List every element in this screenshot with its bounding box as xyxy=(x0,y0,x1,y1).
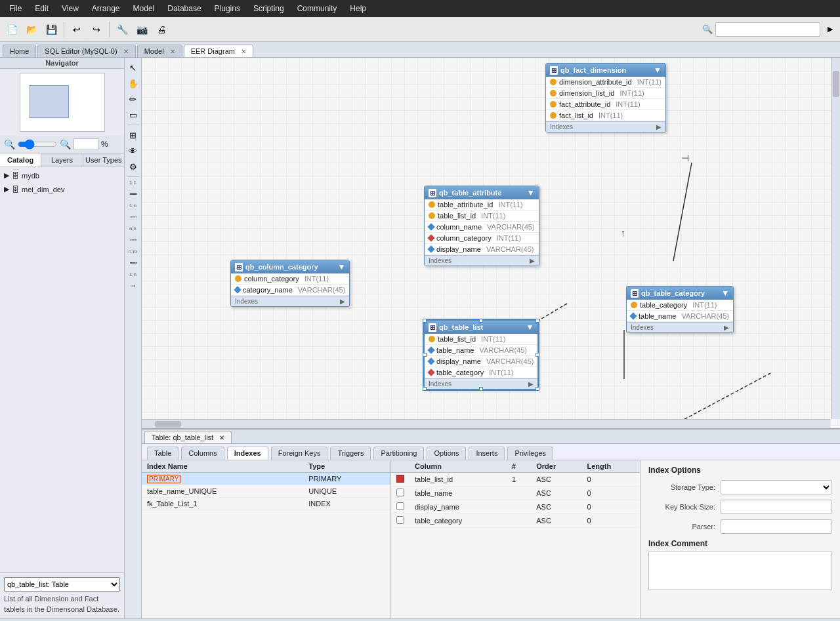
itab-partitioning[interactable]: Partitioning xyxy=(373,447,424,460)
eer-table-qb-table-attribute[interactable]: ⊞ qb_table_attribute ▼ table_attribute_i… xyxy=(424,186,539,266)
resize-handle-ml[interactable] xyxy=(423,353,427,357)
expand-icon-fact[interactable]: ▼ xyxy=(654,66,662,75)
open-button[interactable]: 📂 xyxy=(22,20,41,39)
menu-edit[interactable]: Edit xyxy=(28,3,55,14)
opt-comment-textarea[interactable] xyxy=(648,551,832,590)
pencil-tool[interactable]: ✏ xyxy=(126,92,140,106)
indexes-expand-cat[interactable]: ▶ xyxy=(340,298,345,305)
zoom-in-button[interactable]: 🔍 xyxy=(60,139,71,150)
eer-table-qb-fact-dimension[interactable]: ⊞ qb_fact_dimension ▼ dimension_attribut… xyxy=(545,63,666,132)
zoom-out-button[interactable]: 🔍 xyxy=(4,139,15,150)
opt-storage-select[interactable] xyxy=(721,480,832,494)
tree-item-mei[interactable]: ▶ 🗄 mei_dim_dev xyxy=(3,184,121,195)
indexes-expand-tcat[interactable]: ▶ xyxy=(724,324,729,331)
tab-model[interactable]: Model ✕ xyxy=(137,45,182,57)
opt-parser-input[interactable] xyxy=(721,519,832,534)
menu-scripting[interactable]: Scripting xyxy=(247,3,291,14)
sidebar-tab-usertypes[interactable]: User Types xyxy=(83,153,124,167)
tab-sql-editor[interactable]: SQL Editor (MySQL-0) ✕ xyxy=(37,45,135,57)
table-tool[interactable]: ⊞ xyxy=(126,128,140,142)
print-button[interactable]: 🖨 xyxy=(152,20,171,39)
col-checkbox-3[interactable] xyxy=(396,516,404,524)
itab-foreign-keys[interactable]: Foreign Keys xyxy=(271,447,328,460)
menu-arrange[interactable]: Arrange xyxy=(85,3,127,14)
btab-close-table-list[interactable]: ✕ xyxy=(219,434,224,441)
col-checkbox-0-checked[interactable] xyxy=(396,475,404,483)
redo-button[interactable]: ↪ xyxy=(87,20,106,39)
indexes-expand-fact[interactable]: ▶ xyxy=(656,123,662,130)
tree-item-mydb[interactable]: ▶ 🗄 mydb xyxy=(3,170,121,181)
eer-canvas[interactable]: ⊣ ∥∥ ↑ ⊞ qb_fact_dimension ▼ dimension_a… xyxy=(142,58,840,428)
vertical-scrollbar[interactable] xyxy=(831,58,840,419)
view-tool[interactable]: 👁 xyxy=(126,144,140,158)
expand-icon-attr[interactable]: ▼ xyxy=(527,188,535,197)
itab-options[interactable]: Options xyxy=(427,447,466,460)
resize-handle-tl[interactable] xyxy=(423,319,427,323)
menu-database[interactable]: Database xyxy=(161,3,207,14)
menu-help[interactable]: Help xyxy=(343,3,373,14)
table-selector[interactable]: qb_table_list: Table xyxy=(4,577,120,591)
itab-table[interactable]: Table xyxy=(147,447,178,460)
table-row[interactable]: PRIMARY PRIMARY xyxy=(142,473,390,485)
rel-1n-tool[interactable]: ┄┄ xyxy=(126,210,140,224)
eer-footer-tcat[interactable]: Indexes ▶ xyxy=(627,322,733,332)
sidebar-tab-layers[interactable]: Layers xyxy=(41,153,83,167)
indexes-expand-attr[interactable]: ▶ xyxy=(530,257,535,264)
resize-handle-mr[interactable] xyxy=(536,353,539,357)
horizontal-scrollbar[interactable] xyxy=(142,419,831,428)
tab-model-close[interactable]: ✕ xyxy=(170,48,175,55)
rel-opt-tool[interactable]: ⤑ xyxy=(126,279,140,293)
itab-indexes[interactable]: Indexes xyxy=(227,447,268,460)
indexes-expand-list[interactable]: ▶ xyxy=(528,380,534,388)
itab-inserts[interactable]: Inserts xyxy=(469,447,505,460)
expand-icon-list[interactable]: ▼ xyxy=(526,323,534,332)
btab-table-list[interactable]: Table: qb_table_list ✕ xyxy=(144,431,232,443)
col-checkbox-1[interactable] xyxy=(396,489,404,496)
cursor-tool[interactable]: ↖ xyxy=(126,60,140,75)
toggle-button[interactable]: 🔧 xyxy=(113,20,131,39)
eer-table-qb-table-category[interactable]: ⊞ qb_table_category ▼ table_category INT… xyxy=(626,286,734,333)
table-row[interactable]: table_name_UNIQUE UNIQUE xyxy=(142,485,390,498)
resize-handle-bl[interactable] xyxy=(423,387,427,391)
itab-columns[interactable]: Columns xyxy=(181,447,224,460)
eer-footer-cat[interactable]: Indexes ▶ xyxy=(231,296,349,306)
tab-eer-diagram[interactable]: EER Diagram ✕ xyxy=(184,45,253,57)
scrollbar-thumb-h[interactable] xyxy=(155,421,181,428)
undo-button[interactable]: ↩ xyxy=(68,20,86,39)
zoom-input[interactable]: 100 xyxy=(74,138,98,150)
resize-handle-br[interactable] xyxy=(536,387,539,391)
menu-file[interactable]: File xyxy=(3,3,28,14)
rect-tool[interactable]: ▭ xyxy=(126,108,140,122)
routine-tool[interactable]: ⚙ xyxy=(126,159,140,174)
zoom-slider[interactable] xyxy=(18,139,57,150)
resize-handle-bc[interactable] xyxy=(479,387,483,391)
scrollbar-thumb-v[interactable] xyxy=(833,71,839,97)
eer-table-qb-column-category[interactable]: ⊞ qb_column_category ▼ column_category I… xyxy=(230,260,350,307)
itab-triggers[interactable]: Triggers xyxy=(330,447,371,460)
menu-view[interactable]: View xyxy=(55,3,85,14)
screenshot-button[interactable]: 📷 xyxy=(133,20,151,39)
tab-eer-close[interactable]: ✕ xyxy=(241,48,246,55)
search-input[interactable] xyxy=(715,22,820,37)
col-checkbox-2[interactable] xyxy=(396,502,404,510)
hand-tool[interactable]: ✋ xyxy=(126,76,140,90)
rel-n1-tool[interactable]: ╌╌ xyxy=(126,233,140,247)
rel-nm-tool[interactable]: ┅┅ xyxy=(126,256,140,270)
resize-handle-tc[interactable] xyxy=(479,319,483,323)
save-button[interactable]: 💾 xyxy=(42,20,60,39)
menu-community[interactable]: Community xyxy=(291,3,344,14)
opt-keyblock-input[interactable]: 0 xyxy=(721,500,832,514)
menu-plugins[interactable]: Plugins xyxy=(208,3,247,14)
eer-footer-fact[interactable]: Indexes ▶ xyxy=(546,121,665,132)
rel-11-tool[interactable]: ━━ xyxy=(126,187,140,201)
menu-model[interactable]: Model xyxy=(127,3,161,14)
tab-sql-editor-close[interactable]: ✕ xyxy=(123,48,129,55)
expand-icon-cat[interactable]: ▼ xyxy=(337,262,345,271)
resize-handle-tr[interactable] xyxy=(536,319,539,323)
tab-home[interactable]: Home xyxy=(3,45,36,57)
table-row[interactable]: fk_Table_List_1 INDEX xyxy=(142,498,390,510)
expand-icon-tcat[interactable]: ▼ xyxy=(721,289,729,298)
search-submit-button[interactable]: ▶ xyxy=(823,20,837,39)
new-button[interactable]: 📄 xyxy=(3,20,21,39)
eer-table-qb-table-list[interactable]: ⊞ qb_table_list ▼ table_list_id INT(11) … xyxy=(424,320,538,390)
